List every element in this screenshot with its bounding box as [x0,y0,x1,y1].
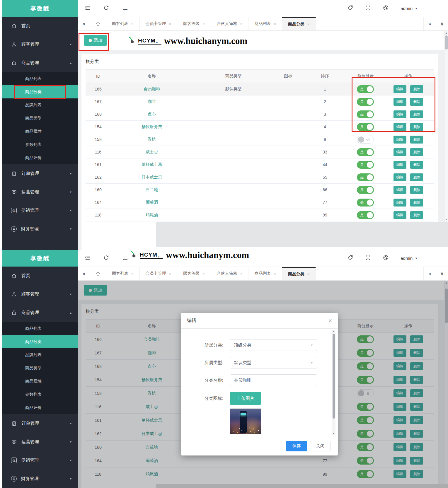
close-icon[interactable]: × [240,272,243,276]
dialog-close-icon[interactable]: × [328,318,332,324]
close-icon[interactable]: × [274,272,276,276]
delete-button[interactable]: 删除 [410,148,423,156]
front-display-toggle[interactable]: 是 [357,148,374,156]
scrollbar-thumb[interactable] [333,334,335,419]
scroll-down-icon[interactable]: ▼ [332,432,335,435]
sidebar-item-home[interactable]: 首页 [2,17,78,35]
front-display-toggle[interactable]: 是 [357,85,374,93]
theme-palette-icon[interactable] [383,255,389,262]
tab-customer-level[interactable]: 顾客等级× [177,267,211,280]
sidebar-item-product-category[interactable]: 商品分类 [2,335,78,348]
theme-palette-icon[interactable] [383,5,389,12]
sidebar-item-product-type[interactable]: 商品类型 [2,361,78,375]
sidebar-item-finance[interactable]: ¥ 财务管理 ▼ [2,470,78,488]
category-name-link[interactable]: 会员咖啡 [111,83,193,95]
sidebar-item-product-review[interactable]: 商品评价 [2,151,78,164]
tab-product-category[interactable]: 商品分类× [282,267,316,280]
delete-button[interactable]: 删除 [410,136,423,144]
back-arrow-icon[interactable]: ← [122,255,129,262]
close-icon[interactable]: × [169,272,171,276]
front-display-toggle[interactable]: 是 [357,199,374,207]
sidebar-item-product-attr[interactable]: 商品属性 [2,375,78,388]
tabs-scroll-left[interactable]: « [78,267,90,280]
tag-icon[interactable] [347,5,353,12]
close-icon[interactable]: × [131,272,134,276]
front-display-toggle[interactable]: 是 [357,161,374,169]
sidebar-item-operations[interactable]: 运营管理 ▼ [2,433,78,451]
sidebar-item-param-list[interactable]: 参数列表 [2,388,78,401]
sidebar-item-orders[interactable]: 订单管理 ▼ [2,414,78,433]
sidebar-item-product-list[interactable]: 商品列表 [2,322,78,335]
category-name-link[interactable]: 日本威士忌 [111,171,193,184]
tag-icon[interactable] [347,255,353,262]
save-button[interactable]: 保存 [286,441,307,451]
fullscreen-icon[interactable] [365,255,371,262]
delete-button[interactable]: 删除 [410,186,423,194]
sidebar-item-orders[interactable]: 订单管理 ▼ [2,164,78,183]
add-button[interactable]: ⊕添加 [84,35,107,46]
front-display-toggle[interactable]: 是 [357,110,374,118]
tab-member-cards[interactable]: 会员卡管理× [140,17,178,30]
sidebar-item-customers[interactable]: 顾客管理 ▼ [2,285,78,303]
tab-product-list[interactable]: 商品列表× [248,17,282,30]
tab-member-cards[interactable]: 会员卡管理× [140,267,178,280]
close-icon[interactable]: × [307,272,310,276]
tab-partner-review[interactable]: 合伙人审核× [211,17,249,30]
refresh-icon[interactable] [103,5,109,12]
close-icon[interactable]: × [307,22,310,26]
sidebar-item-brand-list[interactable]: 品牌列表 [2,348,78,361]
tabs-menu-dropdown[interactable]: ∨ [436,267,448,280]
sidebar-item-customers[interactable]: 顾客管理 ▼ [2,35,78,54]
sidebar-item-operations[interactable]: 运营管理 ▼ [2,183,78,201]
tab-product-list[interactable]: 商品列表× [248,267,282,280]
dialog-scrollbar[interactable]: ▲ ▼ [332,330,335,435]
category-name-link[interactable]: 畅饮服务费 [111,121,193,133]
sidebar-item-promotions[interactable]: 促 促销管理 ▼ [2,201,78,220]
scroll-down-icon[interactable]: ▼ [444,218,448,221]
tab-partner-review[interactable]: 合伙人审核× [211,267,249,280]
edit-button[interactable]: 编辑 [394,199,406,207]
edit-button[interactable]: 编辑 [394,186,406,194]
sidebar-item-product-attr[interactable]: 商品属性 [2,125,78,138]
edit-button[interactable]: 编辑 [394,136,406,144]
category-name-input[interactable]: 会员咖啡 [230,374,317,386]
sidebar-item-product-list[interactable]: 商品列表 [2,72,78,85]
category-name-link[interactable]: 葡萄酒 [111,196,193,209]
close-icon[interactable]: × [202,22,205,26]
close-icon[interactable]: × [274,22,276,26]
upload-image-button[interactable]: 上传图片 [230,392,261,405]
delete-button[interactable]: 删除 [410,173,423,181]
front-display-toggle[interactable]: 是 [357,123,374,131]
front-display-toggle[interactable]: 是 [357,98,374,106]
tabs-menu-dropdown[interactable]: ∨ [436,17,448,30]
sidebar-item-products[interactable]: 商品管理 ▲ [2,54,78,72]
admin-menu[interactable]: admin▼ [401,6,418,11]
sidebar-item-param-list[interactable]: 参数列表 [2,138,78,151]
edit-button[interactable]: 编辑 [394,173,406,181]
sidebar-item-product-review[interactable]: 商品评价 [2,401,78,414]
delete-button[interactable]: 删除 [410,161,423,169]
tab-customer-list[interactable]: 顾客列表× [106,267,140,280]
tab-customer-list[interactable]: 顾客列表× [106,17,140,30]
product-type-select[interactable]: 默认类型▼ [230,357,317,368]
tab-product-category[interactable]: 商品分类× [282,17,316,30]
edit-button[interactable]: 编辑 [394,110,406,118]
scroll-up-icon[interactable]: ▲ [332,330,335,332]
close-button[interactable]: 关闭 [310,441,331,451]
edit-button[interactable]: 编辑 [394,148,406,156]
front-display-toggle[interactable]: 是 [357,211,374,219]
sidebar-item-products[interactable]: 商品管理 ▲ [2,303,78,322]
tab-home[interactable] [90,17,106,30]
delete-button[interactable]: 删除 [410,98,423,106]
sidebar-item-home[interactable]: 首页 [2,267,78,285]
delete-button[interactable]: 删除 [410,110,423,118]
tabs-scroll-right[interactable]: » [423,267,436,280]
refresh-icon[interactable] [103,255,109,262]
sidebar-item-promotions[interactable]: 促 促销管理 ▼ [2,451,78,470]
close-icon[interactable]: × [169,22,171,26]
collapse-sidebar-icon[interactable] [84,255,91,262]
category-name-link[interactable]: 香槟 [111,133,193,146]
tab-customer-level[interactable]: 顾客等级× [177,17,211,30]
close-icon[interactable]: × [202,272,205,276]
parent-category-select[interactable]: 顶级分类▼ [230,339,317,351]
